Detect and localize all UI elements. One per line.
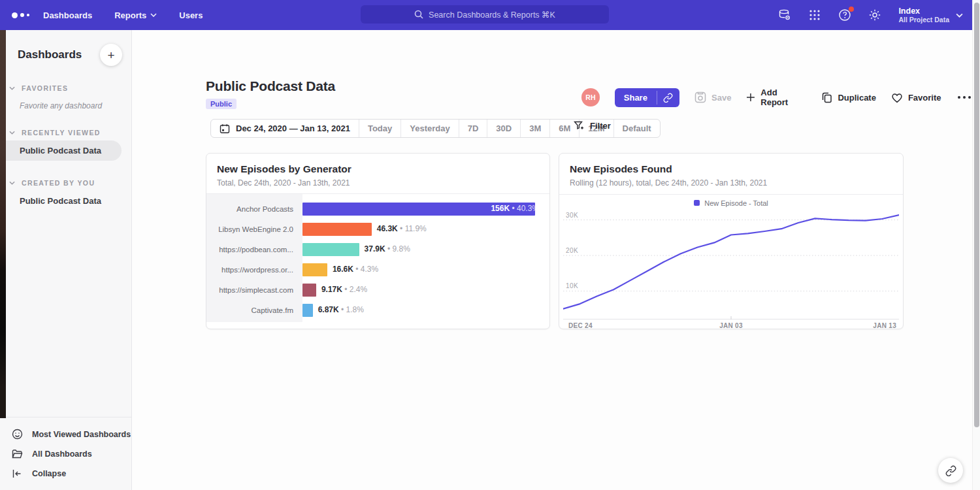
- public-badge: Public: [206, 99, 237, 109]
- save-button[interactable]: Save: [694, 91, 731, 103]
- sidebar-section-favorites: FAVORITES Favorite any dashboard: [0, 84, 131, 110]
- sidebar: Dashboards + FAVORITES Favorite any dash…: [0, 30, 132, 490]
- bar-value-label: 16.6K • 4.3%: [333, 265, 378, 274]
- settings-gear-icon[interactable]: [868, 8, 881, 22]
- date-range-picker[interactable]: Dec 24, 2020 — Jan 13, 2021: [211, 120, 359, 137]
- nav-item-users[interactable]: Users: [179, 10, 203, 20]
- save-icon: [694, 91, 706, 103]
- vertical-scrollbar[interactable]: [972, 0, 980, 490]
- nav-item-reports-label: Reports: [114, 10, 146, 20]
- chevron-down-icon: [9, 86, 15, 90]
- duplicate-icon: [821, 92, 832, 103]
- page-title: Public Podcast Data: [206, 78, 335, 94]
- preset-3m[interactable]: 3M: [521, 120, 550, 137]
- favorite-button[interactable]: Favorite: [891, 92, 941, 103]
- bar-category-label: Captivate.fm: [206, 306, 302, 314]
- link-icon: [663, 93, 673, 103]
- line-chart-legend: New Episode - Total: [559, 194, 903, 211]
- legend-swatch: [694, 200, 700, 206]
- bar-row: Anchor Podcasts156K • 40.3%: [206, 199, 544, 219]
- share-link-fab[interactable]: [938, 458, 963, 483]
- notification-dot: [849, 7, 854, 12]
- heart-icon: [891, 92, 903, 103]
- date-range-label: Dec 24, 2020 — Jan 13, 2021: [236, 123, 350, 133]
- bar-value-label: 37.9K • 9.8%: [365, 244, 410, 253]
- bar-value-label: 156K • 40.3%: [491, 204, 539, 213]
- bar-chart-subtitle: Total, Dec 24th, 2020 - Jan 13th, 2021: [217, 178, 539, 188]
- line-chart-plot: 10K20K30K: [563, 211, 899, 319]
- folder-icon: [12, 449, 23, 459]
- bar[interactable]: [302, 223, 372, 236]
- search-input[interactable]: Search Dashboards & Reports ⌘K: [361, 5, 609, 24]
- search-icon: [414, 10, 423, 19]
- search-placeholder: Search Dashboards & Reports ⌘K: [429, 10, 555, 20]
- filter-button[interactable]: Filter: [574, 121, 611, 131]
- favorites-empty-text: Favorite any dashboard: [0, 92, 131, 110]
- chevron-down-icon: [956, 13, 963, 18]
- mixpanel-logo-icon[interactable]: [12, 12, 42, 18]
- collapse-left-icon: [12, 468, 23, 479]
- bar-row: Libsyn WebEngine 2.046.3K • 11.9%: [206, 219, 544, 239]
- most-viewed-dashboards-button[interactable]: Most Viewed Dashboards: [0, 424, 131, 444]
- bar[interactable]: [302, 284, 316, 297]
- recent-section-header[interactable]: RECENTLY VIEWED: [0, 129, 131, 137]
- bar-category-label: Libsyn WebEngine 2.0: [206, 225, 302, 233]
- duplicate-button[interactable]: Duplicate: [821, 92, 876, 103]
- bar-category-label: Anchor Podcasts: [206, 205, 302, 213]
- scrollbar-thumb[interactable]: [974, 3, 979, 427]
- share-button[interactable]: Share: [615, 88, 657, 107]
- help-icon[interactable]: [838, 8, 851, 22]
- bar-track: 16.6K • 4.3%: [302, 263, 544, 276]
- link-icon: [945, 465, 956, 476]
- preset-today[interactable]: Today: [359, 120, 401, 137]
- all-dashboards-button[interactable]: All Dashboards: [0, 444, 131, 464]
- add-report-button[interactable]: Add Report: [746, 88, 806, 107]
- line-chart-svg: [563, 211, 899, 319]
- collapse-sidebar-button[interactable]: Collapse: [0, 464, 131, 483]
- line-chart-card: New Episodes Found Rolling (12 hours), t…: [559, 153, 904, 329]
- bar[interactable]: [302, 243, 359, 256]
- y-axis-tick-label: 10K: [566, 282, 578, 289]
- bar[interactable]: [302, 263, 327, 276]
- nav-item-reports[interactable]: Reports: [114, 10, 157, 20]
- bar-row: https://podbean.com...37.9K • 9.8%: [206, 239, 544, 259]
- add-dashboard-button[interactable]: +: [100, 44, 122, 66]
- sidebar-item-public-podcast-data-2[interactable]: Public Podcast Data: [0, 191, 131, 211]
- bar-chart-rows: Anchor Podcasts156K • 40.3%Libsyn WebEng…: [206, 199, 544, 320]
- favorites-section-label: FAVORITES: [22, 84, 68, 92]
- nav-item-dashboards[interactable]: Dashboards: [43, 10, 92, 20]
- preset-default[interactable]: Default: [614, 120, 660, 137]
- more-options-button[interactable]: [956, 93, 973, 102]
- bar[interactable]: [302, 304, 313, 317]
- smiley-icon: [12, 429, 23, 440]
- created-section-header[interactable]: CREATED BY YOU: [0, 179, 131, 187]
- bar-chart-body: Anchor Podcasts156K • 40.3%Libsyn WebEng…: [206, 193, 549, 329]
- line-series[interactable]: [563, 215, 899, 309]
- sidebar-item-public-podcast-data[interactable]: Public Podcast Data: [0, 140, 122, 161]
- y-axis-tick-label: 20K: [566, 247, 578, 254]
- filter-label: Filter: [590, 121, 611, 131]
- project-selector[interactable]: Index All Project Data: [898, 7, 963, 24]
- collapse-label: Collapse: [32, 469, 66, 478]
- top-nav: Dashboards Reports Users Search Dashboar…: [0, 0, 980, 30]
- project-name: Index: [898, 7, 949, 16]
- apps-grid-icon[interactable]: [808, 8, 821, 22]
- favorites-section-header[interactable]: FAVORITES: [0, 84, 131, 92]
- bar-category-label: https://wordpress.or...: [206, 266, 302, 274]
- preset-yesterday[interactable]: Yesterday: [401, 120, 459, 137]
- data-management-icon[interactable]: [778, 8, 791, 22]
- chevron-down-icon: [9, 131, 15, 135]
- legend-label: New Episode - Total: [704, 199, 768, 207]
- copy-link-button[interactable]: [657, 88, 679, 107]
- project-subtitle: All Project Data: [898, 16, 949, 24]
- bar-row: https://simplecast.com9.17K • 2.4%: [206, 280, 544, 300]
- x-axis-labels: DEC 24 JAN 03 JAN 13: [563, 321, 899, 331]
- preset-7d[interactable]: 7D: [459, 120, 488, 137]
- preset-30d[interactable]: 30D: [487, 120, 521, 137]
- header-actions: RH Share Save Add Report Duplicate: [581, 88, 972, 107]
- bar-row: https://wordpress.or...16.6K • 4.3%: [206, 259, 544, 280]
- avatar[interactable]: RH: [581, 88, 600, 106]
- plus-icon: [746, 93, 755, 102]
- most-viewed-dashboards-label: Most Viewed Dashboards: [32, 430, 131, 439]
- x-axis-tick-label: JAN 03: [719, 322, 743, 329]
